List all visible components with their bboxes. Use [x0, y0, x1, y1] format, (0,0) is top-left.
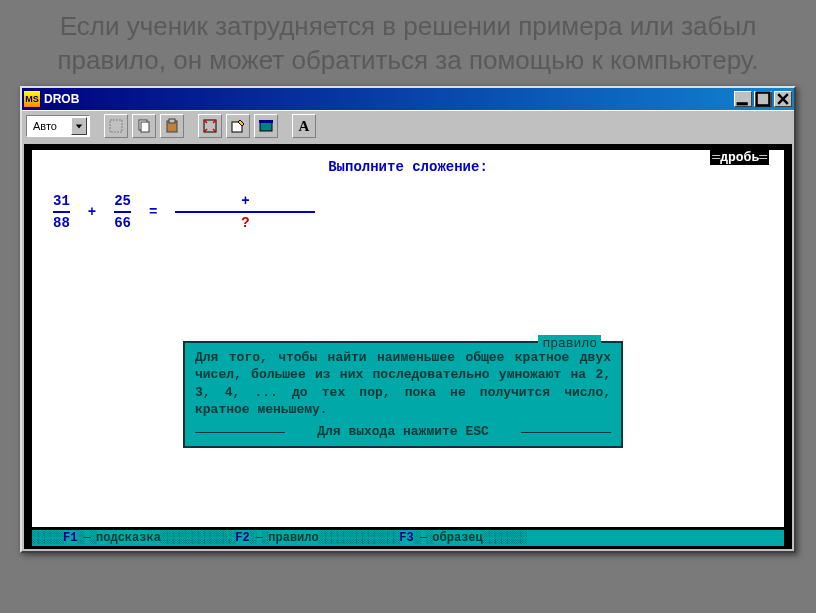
frame-label: дробь [710, 150, 769, 165]
fraction-bar [175, 211, 315, 213]
result-denominator: ? [241, 215, 249, 231]
dropdown-value: Авто [29, 120, 71, 132]
maximize-button[interactable] [754, 91, 772, 107]
f3-label: образец [432, 531, 482, 545]
fraction-2-numerator: 25 [114, 193, 131, 209]
f1-key[interactable]: F1 [63, 531, 77, 545]
f3-key[interactable]: F3 [399, 531, 413, 545]
fraction-bar [114, 211, 131, 213]
window-title: DROB [44, 92, 732, 106]
rule-title: правило [538, 335, 601, 353]
status-bar: ░░░░░ F1 ░─░ подсказка ░░░░░░░░░░░░ F2 ░… [32, 530, 784, 546]
fraction-2: 25 66 [114, 193, 131, 231]
app-icon: MS [24, 91, 40, 107]
svg-rect-5 [110, 120, 122, 132]
dos-content-frame: дробь Выполните сложение: 31 88 + 25 66 … [32, 150, 784, 527]
minimize-button[interactable] [734, 91, 752, 107]
rule-footer: Для выхода нажмите ESC [195, 423, 611, 441]
app-window: MS DROB Авто [20, 86, 796, 553]
font-button[interactable]: A [292, 114, 316, 138]
fraction-1-numerator: 31 [53, 193, 70, 209]
svg-rect-7 [141, 122, 149, 132]
result-fraction[interactable]: + ? [175, 193, 315, 231]
f2-label: правило [268, 531, 318, 545]
close-button[interactable] [774, 91, 792, 107]
equation: 31 88 + 25 66 = + ? [33, 175, 783, 249]
f2-key[interactable]: F2 [235, 531, 249, 545]
paste-button[interactable] [160, 114, 184, 138]
fraction-1: 31 88 [53, 193, 70, 231]
rule-text: Для того, чтобы найти наименьшее общее к… [195, 349, 611, 419]
properties-button[interactable] [226, 114, 250, 138]
font-size-dropdown[interactable]: Авто [26, 115, 90, 137]
svg-marker-4 [76, 124, 82, 128]
svg-rect-12 [260, 122, 272, 131]
result-numerator: + [241, 193, 249, 209]
svg-rect-1 [757, 92, 770, 105]
fraction-1-denominator: 88 [53, 215, 70, 231]
titlebar: MS DROB [22, 88, 794, 110]
fraction-2-denominator: 66 [114, 215, 131, 231]
rule-dialog: правило Для того, чтобы найти наименьшее… [183, 341, 623, 449]
slide-title: Если ученик затрудняется в решении приме… [0, 0, 816, 86]
chevron-down-icon [71, 117, 87, 135]
copy-button[interactable] [132, 114, 156, 138]
task-prompt: Выполните сложение: [33, 151, 783, 175]
svg-rect-13 [259, 120, 273, 123]
toolbar: Авто A [22, 110, 794, 142]
fullscreen-button[interactable] [198, 114, 222, 138]
mark-button[interactable] [104, 114, 128, 138]
equals-operator: = [149, 204, 157, 220]
font-button-label: A [299, 118, 310, 135]
background-button[interactable] [254, 114, 278, 138]
svg-rect-9 [169, 119, 175, 123]
f1-label: подсказка [96, 531, 161, 545]
dos-terminal: дробь Выполните сложение: 31 88 + 25 66 … [24, 144, 792, 549]
fraction-bar [53, 211, 70, 213]
plus-operator: + [88, 204, 96, 220]
